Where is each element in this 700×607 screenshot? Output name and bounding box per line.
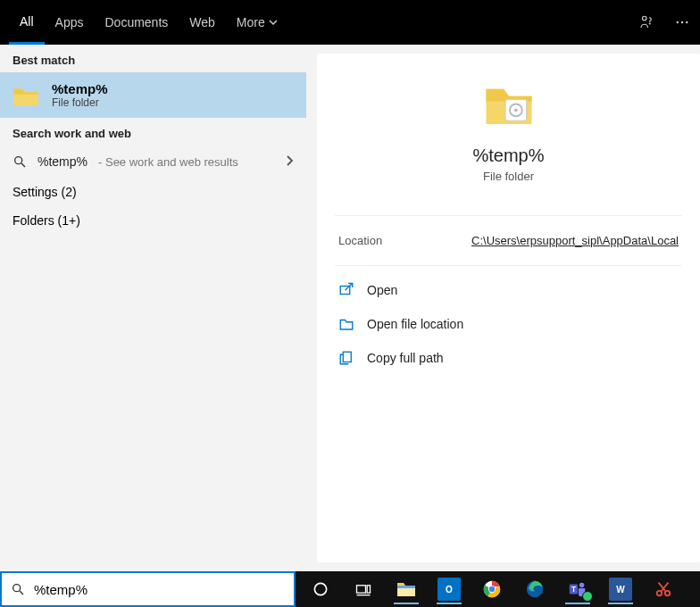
taskbar-snip[interactable] xyxy=(646,574,681,604)
taskbar-chrome[interactable] xyxy=(474,574,510,604)
action-copy-path[interactable]: Copy full path xyxy=(335,341,682,375)
svg-point-4 xyxy=(686,21,688,23)
tab-web[interactable]: Web xyxy=(179,0,226,45)
open-icon xyxy=(338,282,354,298)
tab-more[interactable]: More xyxy=(226,0,288,45)
search-input[interactable] xyxy=(34,582,285,597)
action-open-label: Open xyxy=(367,283,397,297)
tab-more-label: More xyxy=(237,15,265,29)
svg-point-2 xyxy=(677,21,679,23)
taskbar-teams[interactable]: T xyxy=(560,574,596,604)
results-column: Best match %temp% File folder Search wor… xyxy=(0,45,306,571)
tab-all[interactable]: All xyxy=(9,0,45,45)
chevron-right-icon xyxy=(285,154,294,170)
best-match-title: %temp% xyxy=(52,81,108,96)
taskbar-file-explorer[interactable] xyxy=(388,574,424,604)
open-location-icon xyxy=(338,316,354,332)
best-match-texts: %temp% File folder xyxy=(52,81,108,109)
best-match-header: Best match xyxy=(0,45,306,72)
svg-rect-11 xyxy=(343,352,351,362)
svg-point-9 xyxy=(513,108,517,112)
svg-rect-16 xyxy=(367,586,370,593)
taskbar-cortana[interactable] xyxy=(303,574,338,604)
tab-apps[interactable]: Apps xyxy=(45,0,95,45)
best-match-item[interactable]: %temp% File folder xyxy=(0,72,306,118)
search-filter-topbar: All Apps Documents Web More xyxy=(0,0,700,45)
best-match-subtitle: File folder xyxy=(52,96,108,109)
search-web-item[interactable]: %temp% - See work and web results xyxy=(0,146,306,178)
svg-point-3 xyxy=(681,21,683,23)
svg-point-5 xyxy=(15,157,22,164)
taskbar-outlook[interactable]: O xyxy=(431,574,467,604)
search-web-hint: - See work and web results xyxy=(98,155,238,169)
feedback-icon[interactable] xyxy=(638,13,655,31)
search-web-header: Search work and web xyxy=(0,118,306,146)
svg-rect-15 xyxy=(357,586,366,593)
svg-point-26 xyxy=(579,583,585,588)
location-row: Location C:\Users\erpsupport_sipl\AppDat… xyxy=(335,215,682,266)
bottom-row: O T W xyxy=(0,571,700,607)
action-open-location[interactable]: Open file location xyxy=(335,307,682,341)
taskbar-edge[interactable] xyxy=(517,574,553,604)
folders-group[interactable]: Folders (1+) xyxy=(0,206,306,235)
settings-group[interactable]: Settings (2) xyxy=(0,178,306,206)
svg-point-22 xyxy=(489,586,495,592)
more-options-icon[interactable] xyxy=(673,13,691,31)
svg-point-12 xyxy=(13,585,21,592)
search-icon xyxy=(12,154,27,169)
svg-point-14 xyxy=(314,583,326,595)
svg-text:T: T xyxy=(571,586,576,594)
svg-rect-18 xyxy=(397,587,415,596)
copy-icon xyxy=(338,350,354,366)
preview-subtitle: File folder xyxy=(483,170,534,183)
preview-column: %temp% File folder Location C:\Users\erp… xyxy=(306,45,700,571)
taskbar-word[interactable]: W xyxy=(603,574,638,604)
tab-documents[interactable]: Documents xyxy=(94,0,179,45)
preview-panel: %temp% File folder Location C:\Users\erp… xyxy=(317,54,700,562)
preview-title: %temp% xyxy=(472,146,544,166)
folder-icon xyxy=(12,82,39,109)
location-path-link[interactable]: C:\Users\erpsupport_sipl\AppData\Local xyxy=(471,234,679,247)
svg-line-6 xyxy=(21,163,25,167)
taskbar: O T W xyxy=(296,571,700,607)
search-web-query: %temp% xyxy=(38,154,88,169)
action-open[interactable]: Open xyxy=(335,273,682,307)
svg-line-13 xyxy=(20,591,23,595)
svg-point-0 xyxy=(643,16,647,21)
svg-rect-19 xyxy=(397,586,415,588)
action-open-location-label: Open file location xyxy=(367,317,463,331)
search-main: Best match %temp% File folder Search wor… xyxy=(0,45,700,571)
action-copy-path-label: Copy full path xyxy=(367,351,444,365)
chevron-down-icon xyxy=(269,18,278,27)
location-label: Location xyxy=(338,234,382,247)
svg-point-1 xyxy=(649,23,650,24)
taskbar-taskview[interactable] xyxy=(346,574,381,604)
folder-large-icon xyxy=(482,80,536,129)
search-icon xyxy=(11,582,25,596)
search-box[interactable] xyxy=(0,571,296,607)
